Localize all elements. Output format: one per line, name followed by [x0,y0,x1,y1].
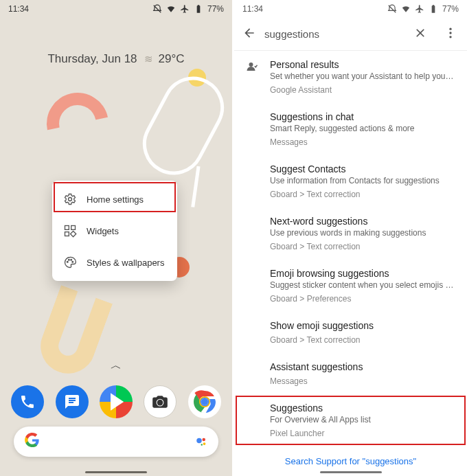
result-title: Emoji browsing suggestions [270,268,455,279]
search-result[interactable]: Emoji browsing suggestionsSuggest sticke… [234,260,467,312]
result-subtitle: Suggest sticker content when you select … [270,280,455,290]
phone-icon [19,394,36,410]
search-result[interactable]: Personal resultsSet whether you want you… [234,51,467,103]
battery-pct: 77% [442,4,459,14]
svg-point-8 [72,261,73,262]
svg-point-18 [449,27,451,30]
result-title: Assistant suggestions [270,361,455,372]
svg-point-7 [71,259,72,260]
chrome-app[interactable] [188,385,221,418]
chrome-icon [188,385,221,418]
result-subtitle: Smart Reply, suggested actions & more [270,124,455,133]
result-breadcrumb: Gboard > Text correction [270,335,455,345]
overflow-button[interactable] [440,22,462,47]
message-icon [64,394,80,410]
result-title: Next-word suggestions [270,216,455,227]
result-breadcrumb: Gboard > Text correction [270,242,455,251]
result-subtitle: Use previous words in making suggestions [270,228,455,238]
battery-icon [429,4,438,14]
svg-rect-4 [70,231,76,236]
result-breadcrumb: Gboard > Preferences [270,294,455,304]
dock [0,385,232,418]
more-vert-icon [444,26,457,40]
svg-point-13 [201,398,208,405]
search-input[interactable]: suggestions [264,28,401,40]
gesture-handle[interactable] [85,471,147,473]
svg-point-14 [196,438,202,444]
result-title: Suggestions [270,403,455,413]
phone-app[interactable] [11,385,44,418]
person-icon [246,60,258,73]
gear-icon [63,192,77,206]
widgets-item[interactable]: Widgets [52,215,177,247]
svg-point-6 [69,259,70,260]
svg-point-9 [157,400,163,406]
search-header: suggestions [234,18,467,51]
result-breadcrumb: Gboard > Text correction [270,190,455,199]
back-arrow-icon [242,26,256,40]
svg-rect-1 [65,226,69,230]
svg-point-0 [69,198,72,201]
google-logo-icon [25,433,40,451]
styles-item[interactable]: Styles & wallpapers [52,247,177,278]
svg-point-5 [67,261,68,262]
palette-icon [63,256,77,269]
menu-label: Styles & wallpapers [87,258,164,268]
status-time: 11:34 [242,4,263,14]
home-screen: 11:34 77% Thursday, Jun 18 ≋ 29°C Home s… [0,0,232,476]
result-breadcrumb: Messages [270,376,455,386]
result-subtitle: For Overview & All Apps list [270,415,455,424]
play-store-app[interactable] [100,385,133,418]
assistant-icon[interactable] [195,435,207,448]
camera-icon [151,393,169,411]
result-title: Suggestions in chat [270,111,455,122]
temp-text: 29°C [159,52,185,66]
svg-rect-2 [71,226,76,230]
result-subtitle: Use information from Contacts for sugges… [270,176,455,185]
result-breadcrumb: Messages [270,137,455,147]
camera-app[interactable] [144,385,176,418]
svg-point-21 [249,63,253,67]
close-icon [413,26,427,40]
search-result[interactable]: Show emoji suggestionsGboard > Text corr… [234,312,467,353]
messages-app[interactable] [56,385,89,418]
svg-point-15 [203,438,206,442]
settings-search-screen: 11:34 77% suggestions Personal resultsSe… [234,0,467,476]
dnd-icon [387,4,397,14]
context-menu: Home settings Widgets Styles & wallpaper… [52,181,177,281]
result-title: Personal results [270,59,455,70]
widgets-icon [63,224,77,238]
airplane-icon [415,4,424,14]
clear-button[interactable] [409,22,431,47]
search-result[interactable]: Next-word suggestionsUse previous words … [234,207,467,260]
search-result[interactable]: Assistant suggestionsMessages [234,353,467,394]
wifi-icon [401,4,411,14]
result-title: Show emoji suggestions [270,320,455,331]
search-result[interactable]: Suggest ContactsUse information from Con… [234,155,467,207]
svg-rect-3 [65,232,69,236]
svg-point-17 [201,444,203,445]
menu-label: Widgets [87,226,119,236]
result-breadcrumb: Pixel Launcher [270,429,455,438]
back-button[interactable] [242,26,256,43]
results-list[interactable]: Personal resultsSet whether you want you… [234,51,467,446]
svg-point-19 [449,32,451,34]
page-indicator[interactable]: ︿ [111,359,122,373]
home-settings-item[interactable]: Home settings [52,183,177,215]
result-subtitle: Set whether you want your Assistant to h… [270,71,455,81]
search-bar[interactable] [14,427,218,457]
date-widget[interactable]: Thursday, Jun 18 ≋ 29°C [0,52,232,66]
search-result[interactable]: SuggestionsFor Overview & All Apps listP… [234,394,467,446]
search-result[interactable]: Suggestions in chatSmart Reply, suggeste… [234,103,467,155]
svg-point-20 [449,36,451,38]
status-bar: 11:34 77% [234,0,467,18]
result-title: Suggest Contacts [270,163,455,174]
gesture-handle[interactable] [320,471,382,473]
fog-icon: ≋ [144,53,152,65]
date-text: Thursday, Jun 18 [47,52,137,66]
svg-point-16 [203,442,206,445]
result-breadcrumb: Google Assistant [270,85,455,95]
menu-label: Home settings [87,194,144,205]
